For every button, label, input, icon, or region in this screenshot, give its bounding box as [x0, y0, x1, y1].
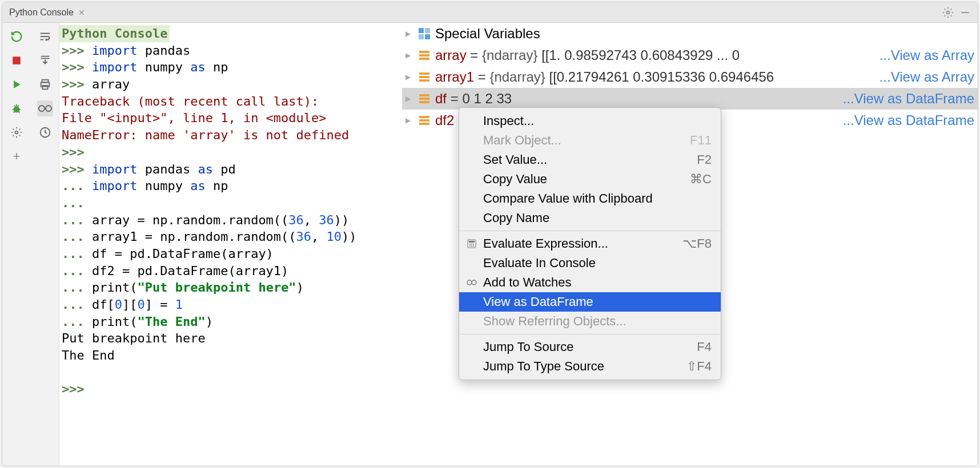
special-variables-row[interactable]: ▶ Special Variables	[402, 23, 978, 45]
svg-rect-26	[419, 123, 429, 125]
svg-rect-25	[419, 119, 429, 122]
svg-rect-13	[419, 34, 424, 39]
menu-item-jump-to-source[interactable]: Jump To SourceF4	[459, 337, 721, 357]
menu-item-label: Show Referring Objects...	[483, 314, 626, 329]
menu-item-label: Add to Watches	[483, 275, 571, 290]
console-title: Python Console	[59, 25, 170, 42]
scroll-to-end-button[interactable]	[37, 53, 53, 68]
debug-button[interactable]	[9, 100, 25, 116]
menu-item-copy-name[interactable]: Copy Name	[459, 208, 721, 228]
data-icon	[418, 71, 431, 83]
view-as-link[interactable]: ...View as Array	[879, 45, 974, 66]
gear-icon[interactable]	[942, 7, 954, 18]
svg-point-31	[473, 244, 474, 245]
menu-item-label: Evaluate In Console	[483, 256, 596, 271]
variable-name: array	[435, 47, 467, 63]
menu-item-label: Copy Name	[483, 211, 549, 225]
context-menu: Inspect...Mark Object...F11Set Value...F…	[459, 107, 721, 380]
menu-item-copy-value[interactable]: Copy Value⌘C	[459, 170, 721, 189]
menu-item-label: Copy Value	[483, 172, 547, 187]
show-variables-button[interactable]	[37, 100, 53, 116]
variable-row[interactable]: ▶array = {ndarray} [[1. 0.98592743 0.608…	[402, 45, 978, 66]
variable-row[interactable]: ▶df = 0 1 2 33...View as DataFrame	[402, 88, 978, 110]
add-button[interactable]: +	[9, 148, 25, 164]
rerun-button[interactable]	[9, 29, 25, 45]
svg-point-30	[471, 244, 472, 245]
menu-item-evaluate-expression[interactable]: Evaluate Expression...⌥F8	[459, 234, 721, 253]
expand-icon[interactable]: ▶	[405, 72, 413, 82]
svg-point-8	[39, 106, 45, 111]
menu-shortcut: ⇧F4	[686, 359, 712, 374]
tab-python-console[interactable]: Python Console ✕	[2, 4, 92, 21]
expand-icon[interactable]: ▶	[405, 115, 413, 126]
menu-item-evaluate-in-console[interactable]: Evaluate In Console	[459, 253, 721, 273]
svg-rect-2	[13, 57, 21, 64]
menu-item-label: Compare Value with Clipboard	[483, 191, 653, 206]
variable-row[interactable]: ▶array1 = {ndarray} [[0.21794261 0.30915…	[402, 66, 978, 88]
view-as-link[interactable]: ...View as DataFrame	[843, 110, 974, 131]
svg-point-34	[473, 245, 474, 247]
svg-rect-20	[419, 79, 429, 82]
tab-label: Python Console	[9, 7, 74, 18]
settings-button[interactable]	[9, 124, 25, 140]
variable-name: array1	[435, 69, 474, 84]
expand-icon[interactable]: ▶	[405, 50, 413, 60]
svg-rect-16	[419, 54, 429, 57]
console-output[interactable]: Python Console >>> import pandas>>> impo…	[59, 23, 402, 466]
svg-rect-21	[419, 94, 429, 96]
svg-rect-18	[419, 72, 429, 75]
left-toolbar: +	[2, 23, 31, 466]
history-button[interactable]	[37, 124, 53, 140]
menu-item-label: Mark Object...	[483, 133, 561, 148]
svg-rect-23	[419, 101, 429, 103]
minimize-icon[interactable]	[959, 7, 971, 18]
grid-icon	[418, 27, 431, 40]
svg-rect-22	[419, 98, 429, 100]
svg-point-36	[472, 280, 476, 285]
expand-icon[interactable]: ▶	[405, 29, 413, 39]
menu-item-mark-object: Mark Object...F11	[459, 131, 721, 150]
menu-shortcut: ⌥F8	[682, 236, 712, 251]
expand-icon[interactable]: ▶	[405, 94, 413, 104]
menu-item-label: View as DataFrame	[483, 294, 593, 309]
menu-shortcut: ⌘C	[690, 172, 712, 187]
soft-wrap-button[interactable]	[37, 29, 53, 45]
svg-point-0	[947, 11, 950, 14]
svg-point-32	[469, 245, 471, 247]
svg-point-9	[46, 106, 51, 111]
menu-item-set-value[interactable]: Set Value...F2	[459, 150, 721, 170]
menu-item-show-referring-objects: Show Referring Objects...	[459, 312, 721, 331]
menu-item-label: Evaluate Expression...	[483, 236, 608, 251]
play-button[interactable]	[9, 76, 25, 92]
menu-item-label: Inspect...	[483, 114, 534, 128]
svg-point-35	[467, 280, 472, 285]
menu-item-label: Set Value...	[483, 152, 547, 167]
svg-rect-15	[419, 51, 429, 53]
menu-item-inspect[interactable]: Inspect...	[459, 111, 721, 131]
data-icon	[418, 114, 431, 127]
svg-rect-19	[419, 76, 429, 78]
data-icon	[418, 49, 431, 62]
menu-item-add-to-watches[interactable]: Add to Watches	[459, 273, 721, 292]
svg-point-33	[471, 245, 472, 247]
print-button[interactable]	[37, 76, 53, 92]
data-icon	[418, 92, 431, 105]
menu-item-jump-to-type-source[interactable]: Jump To Type Source⇧F4	[459, 357, 721, 376]
variable-name: df2	[435, 112, 454, 128]
svg-rect-14	[425, 34, 430, 39]
stop-button[interactable]	[9, 53, 25, 68]
svg-rect-17	[419, 58, 429, 60]
svg-rect-12	[425, 28, 430, 33]
view-as-link[interactable]: ...View as DataFrame	[843, 88, 974, 109]
menu-item-label: Jump To Type Source	[483, 359, 604, 374]
view-as-link[interactable]: ...View as Array	[879, 67, 974, 87]
special-variables-label: Special Variables	[435, 23, 540, 44]
close-icon[interactable]: ✕	[78, 8, 85, 17]
calculator-icon	[466, 238, 477, 249]
menu-item-view-as-dataframe[interactable]: View as DataFrame	[459, 292, 721, 312]
variable-name: df	[435, 91, 447, 106]
menu-item-compare-value-with-clipboard[interactable]: Compare Value with Clipboard	[459, 189, 721, 208]
menu-shortcut: F2	[697, 152, 712, 167]
menu-item-label: Jump To Source	[483, 340, 574, 354]
svg-point-29	[469, 244, 471, 245]
